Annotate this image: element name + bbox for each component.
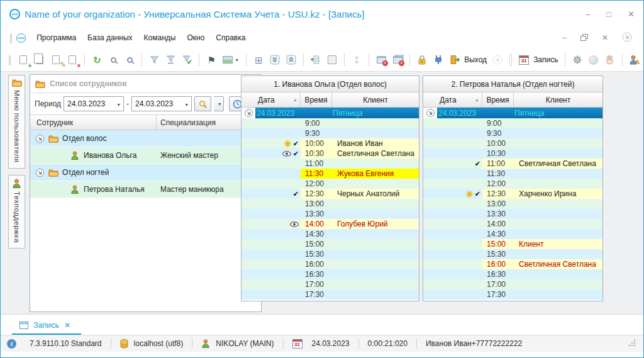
collapse-arrow-icon[interactable]: [244, 108, 253, 118]
mdi-close-button[interactable]: ✕: [602, 33, 608, 42]
schedule-slot-row[interactable]: ✔10:00Иванов Иван: [242, 138, 419, 148]
period-search-button[interactable]: [194, 96, 211, 111]
insert-column-button[interactable]: ⊞: [252, 53, 265, 67]
schedule-slot-row[interactable]: 9:30: [423, 128, 602, 138]
record-label[interactable]: Запись: [533, 55, 558, 64]
schedule-slot-row[interactable]: 14:00Голубев Юрий: [242, 219, 419, 229]
column-header-time[interactable]: Время: [482, 92, 514, 107]
schedule-slot-row[interactable]: 13:30: [423, 209, 602, 219]
column-header-client[interactable]: Клиент: [332, 92, 419, 107]
column-header-date[interactable]: Дата▲: [242, 92, 301, 107]
employee-group-row[interactable]: Отдел волос: [30, 130, 261, 147]
close-window-button[interactable]: [374, 53, 388, 67]
employee-row[interactable]: Петрова НатальяМастер маникюра: [30, 181, 261, 198]
hand-button[interactable]: [603, 53, 617, 67]
drag-grip-icon[interactable]: ║: [8, 33, 13, 43]
employee-row[interactable]: Иванова ОльгаЖенский мастер: [30, 147, 261, 164]
column-header-time[interactable]: Время: [301, 92, 332, 107]
collapse-arrow-icon[interactable]: [35, 134, 45, 143]
download-button[interactable]: ↧: [350, 53, 364, 67]
schedule-slot-row[interactable]: 13:00: [423, 199, 602, 209]
exit-more-icon[interactable]: [491, 53, 504, 67]
schedule-slot-row[interactable]: 14:30: [423, 229, 602, 239]
exit-label[interactable]: Выход: [464, 55, 487, 64]
settings-button[interactable]: [570, 53, 584, 67]
flag-button[interactable]: ⚑: [204, 53, 218, 67]
schedule-slot-row[interactable]: 12:00: [242, 179, 419, 189]
schedule-slot-row[interactable]: ✔12:30Харченко Ирина: [423, 189, 602, 199]
schedule-slot-row[interactable]: 10:00: [423, 138, 602, 148]
maximize-button[interactable]: □: [606, 9, 611, 19]
toolbar-grip-icon[interactable]: ║: [7, 55, 11, 65]
schedule-slot-row[interactable]: 17:30: [242, 289, 419, 299]
image-button[interactable]: ▼: [221, 53, 241, 67]
mdi-more-icon[interactable]: [622, 32, 632, 44]
expand-all-button[interactable]: [268, 53, 282, 67]
resize-grip-icon[interactable]: [628, 339, 636, 349]
schedule-slot-row[interactable]: 15:00Клиент: [423, 239, 602, 249]
schedule-slot-row[interactable]: 15:00: [242, 239, 419, 249]
schedule-slot-row[interactable]: 13:30: [242, 209, 419, 219]
schedule-slot-row[interactable]: 11:30: [423, 169, 602, 179]
schedule-slot-row[interactable]: 16:30: [423, 269, 602, 279]
tab-close-icon[interactable]: ✕: [64, 321, 70, 330]
note-button[interactable]: [325, 53, 339, 67]
schedule-slot-row[interactable]: 12:00: [423, 179, 602, 189]
schedule-slot-row[interactable]: 16:30: [242, 269, 419, 279]
close-button[interactable]: ✕: [628, 9, 635, 19]
schedule-slot-row[interactable]: 11:30Жукова Евгения: [242, 169, 419, 179]
usu-menu-logo-icon[interactable]: usu: [16, 33, 26, 43]
lock-button[interactable]: [415, 53, 429, 67]
schedule-group-row[interactable]: 24.03.2023Пятница: [242, 108, 419, 118]
period-search-dropdown[interactable]: ▼: [214, 96, 224, 111]
schedule-group-row[interactable]: 24.03.2023Пятница: [423, 108, 602, 118]
exit-icon[interactable]: [448, 53, 462, 67]
schedule-slot-row[interactable]: 10:30: [423, 148, 602, 159]
schedule-slot-row[interactable]: ✔12:30Черных Анатолий: [242, 189, 419, 199]
schedule-slot-row[interactable]: 14:30: [242, 229, 419, 239]
copy-record-button[interactable]: [33, 53, 47, 67]
minimize-button[interactable]: –: [586, 9, 590, 19]
connection-button[interactable]: [431, 53, 445, 67]
mdi-minimize-button[interactable]: –: [562, 33, 567, 42]
column-header-date[interactable]: Дата▲: [423, 92, 482, 107]
schedule-slot-row[interactable]: 16:00Светличная Светлана: [423, 259, 602, 269]
side-tab-support[interactable]: Техподдержка: [8, 175, 25, 249]
tab-record[interactable]: Запись ✕: [12, 316, 81, 333]
filter-apply-button[interactable]: [164, 53, 177, 67]
schedule-slot-row[interactable]: 9:30: [242, 128, 419, 138]
menu-program[interactable]: Программа: [31, 31, 82, 45]
column-header-client[interactable]: Клиент: [514, 92, 602, 107]
info-icon[interactable]: i: [7, 339, 16, 349]
schedule-slot-row[interactable]: 17:00: [423, 279, 602, 289]
refresh-button[interactable]: ↻: [90, 53, 104, 67]
date-to-input[interactable]: 24.03.2023▼: [131, 96, 192, 111]
schedule-slot-row[interactable]: 9:00: [423, 118, 602, 128]
schedule-slot-row[interactable]: ✔11:00Светличная Светлана: [423, 159, 602, 169]
column-header-employee[interactable]: Сотрудник: [30, 115, 157, 130]
collapse-all-button[interactable]: [284, 53, 298, 67]
schedule-slot-row[interactable]: ✔10:30Светличная Светлана: [242, 148, 419, 159]
side-tab-user-menu[interactable]: Меню пользователя: [8, 75, 25, 169]
collapse-arrow-icon[interactable]: [35, 168, 45, 177]
schedule-slot-row[interactable]: 13:00: [242, 199, 419, 209]
edit-record-button[interactable]: ✎: [49, 53, 63, 67]
schedule-slot-row[interactable]: 15:30: [423, 249, 602, 259]
schedule-slot-row[interactable]: 16:00: [242, 259, 419, 269]
date-from-input[interactable]: 24.03.2023▼: [64, 96, 124, 111]
search-button[interactable]: [106, 53, 120, 67]
theme-button[interactable]: [587, 53, 601, 67]
mdi-restore-button[interactable]: [580, 34, 588, 42]
filter-check-button[interactable]: [180, 53, 194, 67]
record-calendar-icon[interactable]: 31: [517, 53, 531, 67]
schedule-slot-row[interactable]: 9:00: [242, 118, 419, 128]
menu-window[interactable]: Окно: [181, 31, 210, 45]
delete-record-button[interactable]: ×: [65, 53, 79, 67]
schedule-slot-row[interactable]: 17:00: [242, 279, 419, 289]
collapse-arrow-icon[interactable]: [426, 108, 435, 118]
menu-database[interactable]: База данных: [82, 31, 138, 45]
add-column-button[interactable]: [309, 53, 323, 67]
schedule-slot-row[interactable]: 11:00: [242, 159, 419, 169]
schedule-slot-row[interactable]: 17:30: [423, 289, 602, 299]
close-all-windows-button[interactable]: [391, 53, 404, 67]
